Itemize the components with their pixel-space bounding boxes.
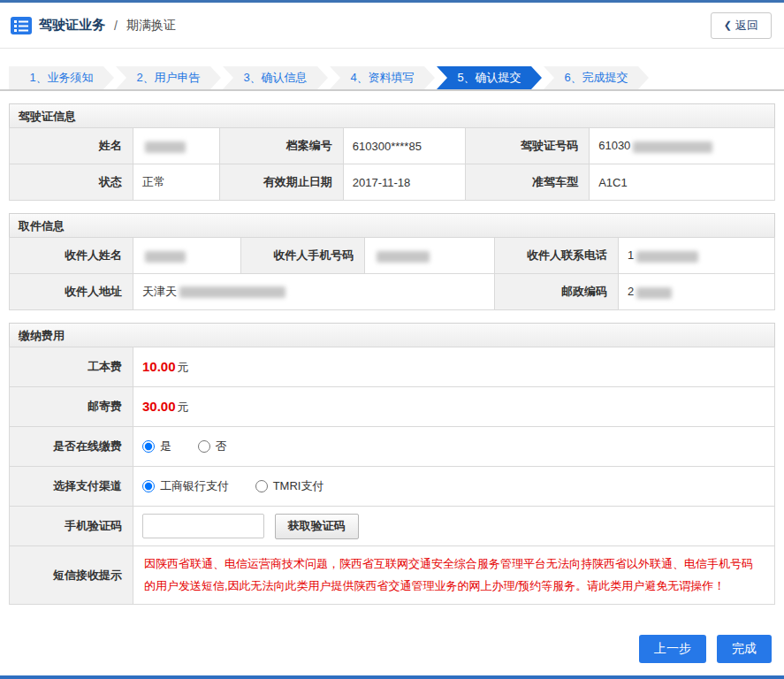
table-row: 收件人姓名 收件人手机号码 收件人联系电话 1	[10, 238, 775, 274]
tmri-pay-radio[interactable]	[255, 480, 268, 492]
table-row: 姓名 档案编号 610300****85 驾驶证号码 61030	[10, 128, 775, 164]
chevron-left-icon: ❮	[724, 19, 732, 31]
previous-step-button[interactable]: 上一步	[639, 635, 706, 663]
footer-actions: 上一步 完成	[0, 605, 784, 663]
get-code-button[interactable]: 获取验证码	[275, 514, 359, 539]
sms-code-input[interactable]	[142, 514, 264, 538]
status-label: 状态	[10, 164, 133, 201]
icbc-pay-radio[interactable]	[142, 480, 155, 492]
tmri-pay-label: TMRI支付	[273, 478, 324, 494]
vehicle-type-label: 准驾车型	[466, 164, 590, 201]
redacted-recipient-phone	[636, 251, 698, 263]
license-section-title: 驾驶证信息	[9, 103, 775, 128]
pickup-info-table: 收件人姓名 收件人手机号码 收件人联系电话 1 收件人地址 天津天 邮政编码 2	[9, 237, 775, 310]
table-row: 工本费 10.00元	[10, 347, 775, 387]
table-row: 状态 正常 有效期止日期 2017-11-18 准驾车型 A1C1	[10, 164, 775, 201]
postal-code-label: 邮政编码	[495, 274, 619, 310]
document-list-icon	[11, 17, 32, 34]
recipient-address-prefix: 天津天	[142, 285, 177, 298]
page: 驾驶证业务 / 期满换证 ❮ 返回 1、业务须知 2、用户申告 3、确认信息 4…	[0, 0, 784, 679]
recipient-address-label: 收件人地址	[10, 274, 133, 310]
pickup-info-section: 取件信息 收件人姓名 收件人手机号码 收件人联系电话 1 收件人地址 天津天 邮…	[9, 213, 775, 310]
file-number-value: 610300****85	[343, 128, 465, 164]
icbc-pay-label: 工商银行支付	[160, 478, 229, 494]
online-no-option[interactable]: 否	[198, 439, 227, 454]
mailing-fee-label: 邮寄费	[10, 387, 133, 427]
sms-code-label: 手机验证码	[10, 507, 133, 546]
production-fee-label: 工本费	[10, 347, 133, 387]
redacted-postal-code	[636, 287, 672, 299]
recipient-address-value: 天津天	[133, 274, 495, 310]
file-number-label: 档案编号	[219, 128, 343, 164]
back-label: 返回	[735, 18, 758, 34]
redacted-name	[145, 141, 186, 153]
redacted-recipient-mobile	[377, 251, 430, 263]
redacted-license-number	[633, 141, 712, 153]
recipient-mobile-label: 收件人手机号码	[241, 238, 365, 274]
breadcrumb-separator: /	[114, 19, 118, 33]
header: 驾驶证业务 / 期满换证 ❮ 返回	[0, 3, 784, 49]
name-value	[133, 128, 220, 164]
step-wizard: 1、业务须知 2、用户申告 3、确认信息 4、资料填写 5、确认提交 6、完成提…	[0, 66, 784, 91]
license-number-label: 驾驶证号码	[466, 128, 590, 164]
online-yes-option[interactable]: 是	[142, 439, 171, 454]
recipient-mobile-value	[365, 238, 495, 274]
table-row: 是否在线缴费 是 否	[10, 427, 775, 467]
recipient-name-label: 收件人姓名	[10, 238, 133, 274]
fees-table: 工本费 10.00元 邮寄费 30.00元 是否在线缴费 是	[9, 347, 775, 605]
fees-section-title: 缴纳费用	[9, 323, 775, 347]
step-4-fill-data: 4、资料填写	[330, 66, 435, 89]
recipient-phone-value: 1	[619, 238, 775, 274]
online-no-label: 否	[216, 439, 227, 454]
icbc-pay-option[interactable]: 工商银行支付	[142, 478, 229, 494]
step-3-confirm-info: 3、确认信息	[223, 66, 328, 89]
breadcrumb: 驾驶证业务 / 期满换证	[11, 17, 176, 34]
breadcrumb-current: 期满换证	[126, 18, 176, 34]
payment-channel-options: 工商银行支付 TMRI支付	[133, 467, 775, 507]
expiry-value: 2017-11-18	[343, 164, 465, 201]
sms-notice-cell: 因陕西省联通、电信运营商技术问题，陕西省互联网交通安全综合服务管理平台无法向持陕…	[133, 546, 775, 605]
redacted-recipient-name	[145, 251, 186, 263]
production-fee-unit: 元	[178, 361, 189, 374]
table-row: 邮寄费 30.00元	[10, 387, 775, 427]
back-button[interactable]: ❮ 返回	[711, 12, 772, 39]
online-payment-label: 是否在线缴费	[10, 427, 133, 467]
tmri-pay-option[interactable]: TMRI支付	[255, 478, 324, 494]
finish-button[interactable]: 完成	[717, 635, 772, 663]
step-5-confirm-submit: 5、确认提交	[437, 66, 542, 89]
page-title: 驾驶证业务	[39, 17, 105, 34]
table-row: 手机验证码 获取验证码	[10, 507, 775, 546]
expiry-label: 有效期止日期	[219, 164, 343, 201]
recipient-name-value	[133, 238, 241, 274]
vehicle-type-value: A1C1	[590, 164, 775, 201]
payment-channel-label: 选择支付渠道	[10, 467, 133, 507]
recipient-phone-label: 收件人联系电话	[495, 238, 619, 274]
online-yes-radio[interactable]	[142, 440, 155, 453]
postal-code-prefix: 2	[628, 285, 634, 298]
status-value: 正常	[133, 164, 220, 201]
name-label: 姓名	[10, 128, 133, 164]
step-1-business-notes: 1、业务须知	[9, 66, 114, 89]
table-row: 收件人地址 天津天 邮政编码 2	[10, 274, 775, 310]
sms-notice-label: 短信接收提示	[10, 546, 133, 605]
recipient-phone-prefix: 1	[628, 248, 634, 262]
license-number-prefix: 61030	[598, 139, 630, 152]
online-no-radio[interactable]	[198, 440, 210, 453]
production-fee-amount: 10.00	[142, 359, 176, 374]
bottom-accent-bar	[0, 675, 784, 679]
redacted-recipient-address	[179, 286, 285, 298]
postal-code-value: 2	[619, 274, 775, 310]
online-yes-label: 是	[160, 439, 171, 454]
table-row: 短信接收提示 因陕西省联通、电信运营商技术问题，陕西省互联网交通安全综合服务管理…	[10, 546, 775, 605]
production-fee-value: 10.00元	[133, 347, 775, 387]
mailing-fee-unit: 元	[178, 401, 189, 414]
online-payment-options: 是 否	[133, 427, 775, 467]
mailing-fee-value: 30.00元	[133, 387, 775, 427]
license-number-value: 61030	[590, 128, 775, 164]
table-row: 选择支付渠道 工商银行支付 TMRI支付	[10, 467, 775, 507]
step-2-user-declaration: 2、用户申告	[116, 66, 221, 89]
license-info-table: 姓名 档案编号 610300****85 驾驶证号码 61030 状态 正常 有…	[9, 127, 775, 201]
mailing-fee-amount: 30.00	[142, 399, 176, 414]
license-info-section: 驾驶证信息 姓名 档案编号 610300****85 驾驶证号码 61030 状…	[9, 103, 775, 201]
sms-code-row: 获取验证码	[133, 507, 775, 546]
